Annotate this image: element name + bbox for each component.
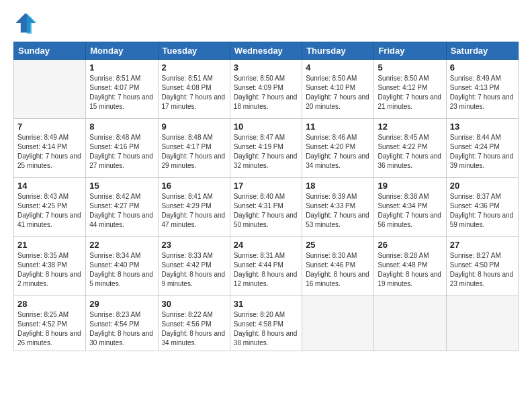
- calendar-cell: 25Sunrise: 8:30 AMSunset: 4:46 PMDayligh…: [302, 237, 374, 296]
- day-number: 24: [234, 240, 298, 250]
- day-number: 22: [89, 240, 154, 250]
- day-info: Sunrise: 8:25 AMSunset: 4:52 PMDaylight:…: [17, 310, 82, 348]
- calendar-cell: [446, 296, 518, 351]
- day-info: Sunrise: 8:43 AMSunset: 4:25 PMDaylight:…: [17, 192, 82, 230]
- calendar-cell: [14, 60, 86, 119]
- day-info: Sunrise: 8:37 AMSunset: 4:36 PMDaylight:…: [450, 192, 515, 230]
- calendar-cell: 26Sunrise: 8:28 AMSunset: 4:48 PMDayligh…: [374, 237, 446, 296]
- day-info: Sunrise: 8:33 AMSunset: 4:42 PMDaylight:…: [162, 251, 226, 289]
- weekday-header-friday: Friday: [374, 42, 446, 60]
- weekday-header-sunday: Sunday: [14, 42, 86, 60]
- calendar-cell: 31Sunrise: 8:20 AMSunset: 4:58 PMDayligh…: [230, 296, 302, 351]
- day-info: Sunrise: 8:31 AMSunset: 4:44 PMDaylight:…: [234, 251, 298, 289]
- calendar-cell: 19Sunrise: 8:38 AMSunset: 4:34 PMDayligh…: [374, 178, 446, 237]
- calendar-cell: 16Sunrise: 8:41 AMSunset: 4:29 PMDayligh…: [158, 178, 230, 237]
- day-info: Sunrise: 8:34 AMSunset: 4:40 PMDaylight:…: [89, 251, 154, 289]
- calendar-cell: 6Sunrise: 8:49 AMSunset: 4:13 PMDaylight…: [446, 60, 518, 119]
- day-info: Sunrise: 8:40 AMSunset: 4:31 PMDaylight:…: [234, 192, 298, 230]
- day-info: Sunrise: 8:50 AMSunset: 4:09 PMDaylight:…: [234, 74, 298, 111]
- logo: [13, 11, 40, 35]
- calendar-cell: 23Sunrise: 8:33 AMSunset: 4:42 PMDayligh…: [158, 237, 230, 296]
- week-row-0: 1Sunrise: 8:51 AMSunset: 4:07 PMDaylight…: [14, 60, 519, 119]
- calendar-cell: 4Sunrise: 8:50 AMSunset: 4:10 PMDaylight…: [302, 60, 374, 119]
- day-number: 1: [89, 62, 154, 73]
- calendar-cell: 24Sunrise: 8:31 AMSunset: 4:44 PMDayligh…: [230, 237, 302, 296]
- calendar-cell: 29Sunrise: 8:23 AMSunset: 4:54 PMDayligh…: [86, 296, 158, 351]
- day-number: 6: [450, 62, 515, 73]
- header: [13, 11, 519, 35]
- day-number: 5: [378, 62, 442, 73]
- day-number: 15: [89, 181, 154, 191]
- day-info: Sunrise: 8:50 AMSunset: 4:10 PMDaylight:…: [306, 74, 370, 111]
- day-number: 9: [162, 122, 226, 132]
- calendar-cell: 18Sunrise: 8:39 AMSunset: 4:33 PMDayligh…: [302, 178, 374, 237]
- day-number: 2: [162, 62, 226, 73]
- svg-marker-1: [27, 13, 36, 34]
- week-row-2: 14Sunrise: 8:43 AMSunset: 4:25 PMDayligh…: [14, 178, 519, 237]
- calendar-cell: 8Sunrise: 8:48 AMSunset: 4:16 PMDaylight…: [86, 119, 158, 178]
- day-info: Sunrise: 8:23 AMSunset: 4:54 PMDaylight:…: [89, 310, 154, 348]
- day-info: Sunrise: 8:27 AMSunset: 4:50 PMDaylight:…: [450, 251, 515, 289]
- day-info: Sunrise: 8:39 AMSunset: 4:33 PMDaylight:…: [306, 192, 370, 230]
- day-number: 3: [234, 62, 298, 73]
- day-info: Sunrise: 8:50 AMSunset: 4:12 PMDaylight:…: [378, 74, 442, 111]
- calendar-cell: 27Sunrise: 8:27 AMSunset: 4:50 PMDayligh…: [446, 237, 518, 296]
- calendar-cell: 10Sunrise: 8:47 AMSunset: 4:19 PMDayligh…: [230, 119, 302, 178]
- day-number: 28: [17, 299, 82, 309]
- day-info: Sunrise: 8:48 AMSunset: 4:16 PMDaylight:…: [89, 133, 154, 171]
- day-number: 13: [450, 122, 515, 132]
- day-number: 17: [234, 181, 298, 191]
- weekday-header-saturday: Saturday: [446, 42, 518, 60]
- calendar-cell: 1Sunrise: 8:51 AMSunset: 4:07 PMDaylight…: [86, 60, 158, 119]
- day-info: Sunrise: 8:35 AMSunset: 4:38 PMDaylight:…: [17, 251, 82, 289]
- weekday-header-monday: Monday: [86, 42, 158, 60]
- day-number: 8: [89, 122, 154, 132]
- day-number: 23: [162, 240, 226, 250]
- day-number: 7: [17, 122, 82, 132]
- day-number: 4: [306, 62, 370, 73]
- day-number: 16: [162, 181, 226, 191]
- calendar-cell: 28Sunrise: 8:25 AMSunset: 4:52 PMDayligh…: [14, 296, 86, 351]
- week-row-4: 28Sunrise: 8:25 AMSunset: 4:52 PMDayligh…: [14, 296, 519, 351]
- day-number: 25: [306, 240, 370, 250]
- logo-icon: [13, 11, 38, 35]
- week-row-3: 21Sunrise: 8:35 AMSunset: 4:38 PMDayligh…: [14, 237, 519, 296]
- calendar-cell: 11Sunrise: 8:46 AMSunset: 4:20 PMDayligh…: [302, 119, 374, 178]
- calendar-cell: 9Sunrise: 8:48 AMSunset: 4:17 PMDaylight…: [158, 119, 230, 178]
- day-info: Sunrise: 8:45 AMSunset: 4:22 PMDaylight:…: [378, 133, 442, 171]
- day-number: 10: [234, 122, 298, 132]
- calendar-cell: 22Sunrise: 8:34 AMSunset: 4:40 PMDayligh…: [86, 237, 158, 296]
- calendar-table: SundayMondayTuesdayWednesdayThursdayFrid…: [13, 42, 519, 351]
- calendar-cell: 5Sunrise: 8:50 AMSunset: 4:12 PMDaylight…: [374, 60, 446, 119]
- day-number: 19: [378, 181, 442, 191]
- calendar-cell: 12Sunrise: 8:45 AMSunset: 4:22 PMDayligh…: [374, 119, 446, 178]
- day-number: 18: [306, 181, 370, 191]
- day-number: 20: [450, 181, 515, 191]
- day-info: Sunrise: 8:20 AMSunset: 4:58 PMDaylight:…: [234, 310, 298, 348]
- week-row-1: 7Sunrise: 8:49 AMSunset: 4:14 PMDaylight…: [14, 119, 519, 178]
- day-info: Sunrise: 8:49 AMSunset: 4:14 PMDaylight:…: [17, 133, 82, 171]
- weekday-header-thursday: Thursday: [302, 42, 374, 60]
- day-number: 11: [306, 122, 370, 132]
- day-info: Sunrise: 8:22 AMSunset: 4:56 PMDaylight:…: [162, 310, 226, 348]
- calendar-cell: [302, 296, 374, 351]
- day-info: Sunrise: 8:44 AMSunset: 4:24 PMDaylight:…: [450, 133, 515, 171]
- calendar-cell: 30Sunrise: 8:22 AMSunset: 4:56 PMDayligh…: [158, 296, 230, 351]
- day-info: Sunrise: 8:46 AMSunset: 4:20 PMDaylight:…: [306, 133, 370, 171]
- day-number: 14: [17, 181, 82, 191]
- day-number: 26: [378, 240, 442, 250]
- page: SundayMondayTuesdayWednesdayThursdayFrid…: [0, 0, 532, 411]
- calendar-cell: 13Sunrise: 8:44 AMSunset: 4:24 PMDayligh…: [446, 119, 518, 178]
- calendar-cell: 17Sunrise: 8:40 AMSunset: 4:31 PMDayligh…: [230, 178, 302, 237]
- day-info: Sunrise: 8:42 AMSunset: 4:27 PMDaylight:…: [89, 192, 154, 230]
- calendar-cell: 20Sunrise: 8:37 AMSunset: 4:36 PMDayligh…: [446, 178, 518, 237]
- day-info: Sunrise: 8:30 AMSunset: 4:46 PMDaylight:…: [306, 251, 370, 289]
- day-number: 29: [89, 299, 154, 309]
- day-number: 30: [162, 299, 226, 309]
- day-number: 12: [378, 122, 442, 132]
- day-number: 27: [450, 240, 515, 250]
- weekday-header-wednesday: Wednesday: [230, 42, 302, 60]
- day-info: Sunrise: 8:38 AMSunset: 4:34 PMDaylight:…: [378, 192, 442, 230]
- day-info: Sunrise: 8:51 AMSunset: 4:08 PMDaylight:…: [162, 74, 226, 111]
- day-number: 21: [17, 240, 82, 250]
